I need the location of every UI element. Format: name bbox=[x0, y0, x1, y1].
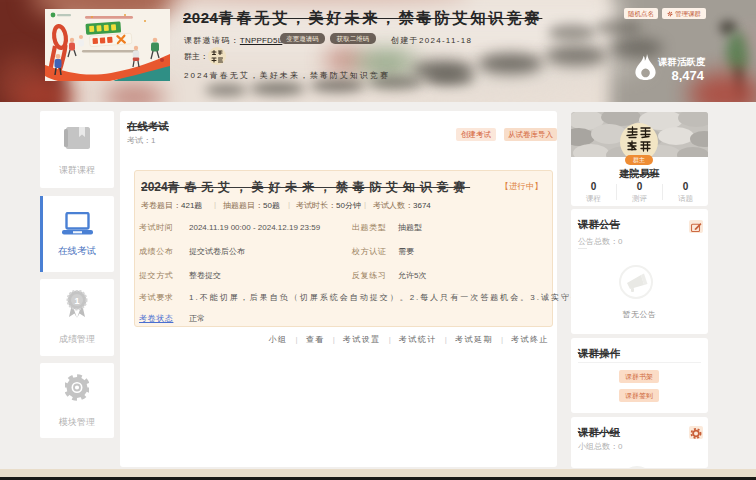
svg-text:1: 1 bbox=[74, 296, 79, 306]
